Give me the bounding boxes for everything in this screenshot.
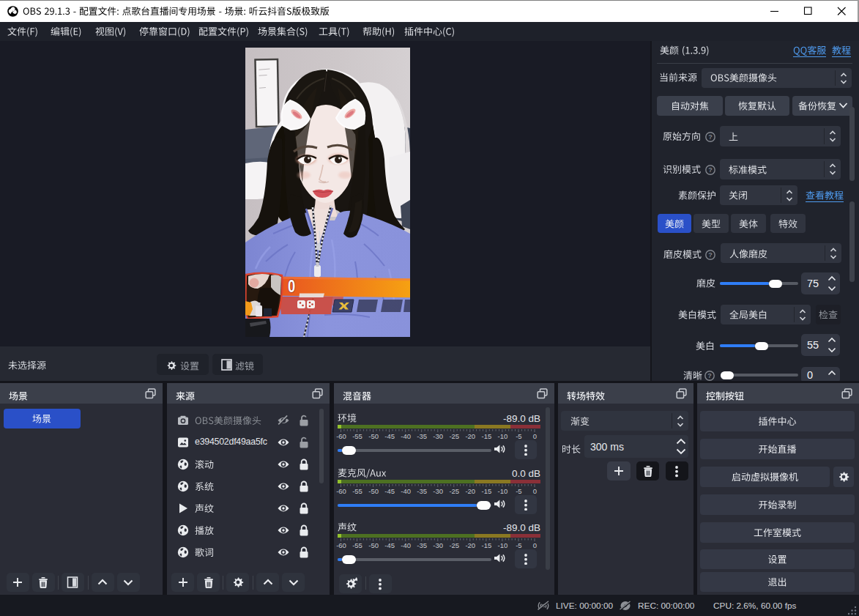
svg-text:-35: -35 — [417, 487, 427, 495]
svg-text:-45: -45 — [384, 541, 395, 549]
svg-text:-30: -30 — [433, 541, 443, 549]
svg-text:-60: -60 — [336, 487, 346, 495]
svg-text:-15: -15 — [482, 432, 492, 440]
svg-text:-10: -10 — [498, 487, 508, 495]
svg-text:-5: -5 — [516, 432, 521, 440]
svg-text:-15: -15 — [482, 487, 492, 495]
svg-text:-5: -5 — [516, 541, 521, 549]
svg-text:-60: -60 — [336, 432, 346, 440]
svg-text:0: 0 — [288, 277, 295, 295]
svg-text:-30: -30 — [433, 432, 443, 440]
svg-text:-20: -20 — [465, 487, 475, 495]
svg-text:-40: -40 — [401, 487, 411, 495]
svg-text:-35: -35 — [417, 432, 427, 440]
svg-text:-45: -45 — [384, 487, 395, 495]
svg-text:0: 0 — [533, 487, 537, 495]
svg-text:-40: -40 — [401, 432, 411, 440]
svg-text:-40: -40 — [401, 541, 411, 549]
svg-text:-25: -25 — [449, 541, 459, 549]
svg-text:-35: -35 — [417, 541, 427, 549]
svg-text:0: 0 — [533, 541, 537, 549]
svg-text:-20: -20 — [465, 541, 475, 549]
svg-text:-45: -45 — [384, 432, 395, 440]
svg-text:-30: -30 — [433, 487, 443, 495]
svg-text:-50: -50 — [368, 541, 379, 549]
svg-text:?: ? — [707, 372, 712, 379]
svg-text:-25: -25 — [449, 432, 459, 440]
svg-text:-55: -55 — [352, 541, 362, 549]
svg-text:0: 0 — [533, 432, 537, 440]
svg-text:-60: -60 — [336, 541, 346, 549]
svg-text:-25: -25 — [449, 487, 459, 495]
svg-text:-5: -5 — [516, 487, 521, 495]
svg-text:?: ? — [708, 166, 713, 174]
svg-text:-50: -50 — [368, 432, 379, 440]
svg-text:-15: -15 — [482, 541, 492, 549]
svg-text:-55: -55 — [352, 432, 362, 440]
svg-text:-20: -20 — [465, 432, 475, 440]
svg-text:?: ? — [708, 133, 713, 141]
svg-text:-50: -50 — [368, 487, 379, 495]
svg-text:?: ? — [708, 251, 713, 259]
svg-text:-10: -10 — [498, 432, 508, 440]
svg-text:-10: -10 — [498, 541, 508, 549]
svg-text:-55: -55 — [352, 487, 362, 495]
